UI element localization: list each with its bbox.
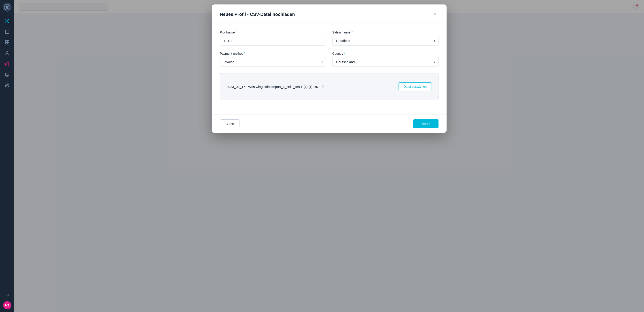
upload-filename-display: 2023_02_17 - Westwingaktionimport_1_zeil… [226,85,325,89]
modal-body: Profilname* Saleschannel* Headless Onlin… [212,23,446,115]
svg-rect-9 [5,41,7,42]
modal-close-button[interactable]: × [431,11,438,18]
main-content: Neues Profil - CSV-Datei hochladen × Pro… [14,0,644,312]
svg-rect-14 [5,73,9,76]
sidebar-item-customers[interactable] [2,48,12,58]
modal-dialog: Neues Profil - CSV-Datei hochladen × Pro… [212,4,446,133]
payment-method-label: Payment method* [220,52,326,55]
country-select[interactable]: Deutschland Austria Switzerland [332,57,438,67]
saleschannel-group: Saleschannel* Headless Online Shop Marke… [332,30,438,45]
sidebar-collapse[interactable]: ◁ [2,290,12,300]
saleschannel-required: * [352,30,353,34]
file-upload-area[interactable]: 2023_02_17 - Westwingaktionimport_1_zeil… [220,73,438,100]
svg-rect-11 [5,43,7,44]
sidebar-item-settings[interactable] [2,80,12,90]
profile-name-required: * [235,30,236,34]
payment-method-group: Payment method* Invoice Credit Card PayP… [220,52,326,67]
payment-method-select-wrapper: Invoice Credit Card PayPal [220,57,326,67]
svg-rect-12 [8,43,9,44]
form-row-2: Payment method* Invoice Credit Card PayP… [220,52,438,67]
close-button[interactable]: Close [220,119,240,128]
upload-select-button[interactable]: Datei auswählen [398,82,432,91]
next-button[interactable]: Next [413,119,438,128]
upload-remove-button[interactable]: ✕ [321,85,325,89]
payment-method-required: * [244,52,245,55]
profile-name-group: Profilname* [220,30,326,45]
svg-point-17 [6,85,8,86]
sidebar-item-marketing[interactable] [2,59,12,69]
country-required: * [344,52,345,55]
sidebar-logo [3,3,12,11]
sidebar-item-dashboard[interactable] [2,16,12,26]
modal-overlay: Neues Profil - CSV-Datei hochladen × Pro… [14,0,644,312]
saleschannel-select[interactable]: Headless Online Shop Marketplace [332,36,438,45]
country-label: Country* [332,52,438,55]
modal-footer: Close Next [212,115,446,133]
sidebar: ◁ MT [0,0,14,312]
form-row-1: Profilname* Saleschannel* Headless Onlin… [220,30,438,45]
filename-text: 2023_02_17 - Westwingaktionimport_1_zeil… [226,85,319,89]
svg-rect-8 [6,30,8,31]
country-select-wrapper: Deutschland Austria Switzerland [332,57,438,67]
sidebar-item-orders[interactable] [2,27,12,37]
svg-point-13 [6,52,8,53]
profile-name-input[interactable] [220,36,326,45]
saleschannel-label: Saleschannel* [332,30,438,34]
payment-method-select[interactable]: Invoice Credit Card PayPal [220,57,326,67]
svg-rect-10 [8,41,9,42]
avatar: MT [3,301,11,309]
country-group: Country* Deutschland Austria Switzerland [332,52,438,67]
svg-point-2 [6,20,8,22]
modal-title: Neues Profil - CSV-Datei hochladen [220,12,295,17]
modal-header: Neues Profil - CSV-Datei hochladen × [212,4,446,23]
sidebar-item-devices[interactable] [2,70,12,79]
saleschannel-select-wrapper: Headless Online Shop Marketplace [332,36,438,45]
profile-name-label: Profilname* [220,30,326,34]
sidebar-item-products[interactable] [2,37,12,47]
